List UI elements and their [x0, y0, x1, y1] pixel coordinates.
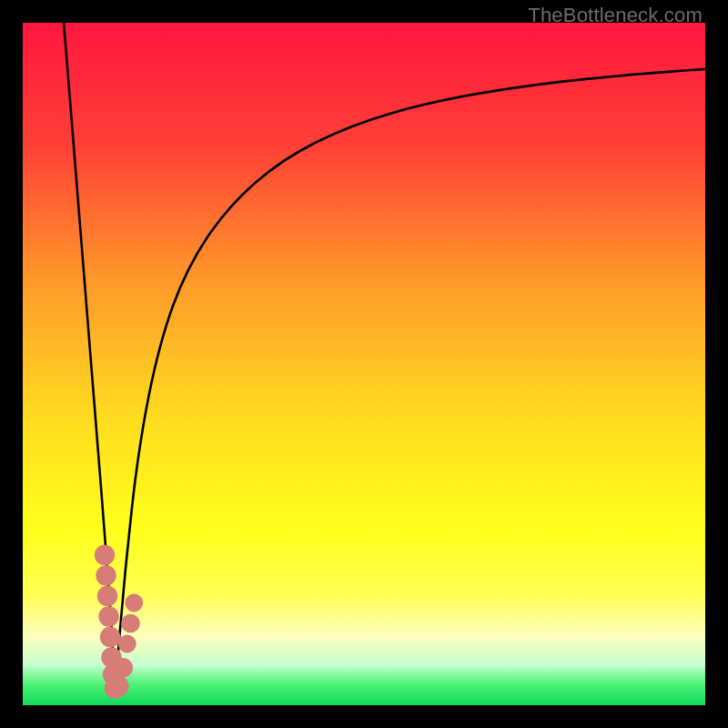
marker-dot: [107, 675, 128, 696]
watermark-text: TheBottleneck.com: [528, 4, 703, 27]
marker-dot: [121, 614, 140, 633]
chart-frame: TheBottleneck.com: [0, 0, 728, 728]
marker-dot: [98, 606, 118, 626]
marker-dot: [118, 635, 136, 653]
plot-area: [23, 23, 705, 705]
marker-dot: [125, 594, 143, 612]
curves-layer: [23, 23, 705, 705]
data-markers: [95, 545, 143, 699]
marker-dot: [97, 586, 117, 606]
curve-right-branch: [115, 69, 705, 692]
marker-dot: [96, 565, 116, 585]
marker-dot: [100, 627, 120, 647]
marker-dot: [95, 545, 115, 565]
marker-dot: [113, 658, 133, 678]
bottleneck-curve: [64, 23, 705, 692]
